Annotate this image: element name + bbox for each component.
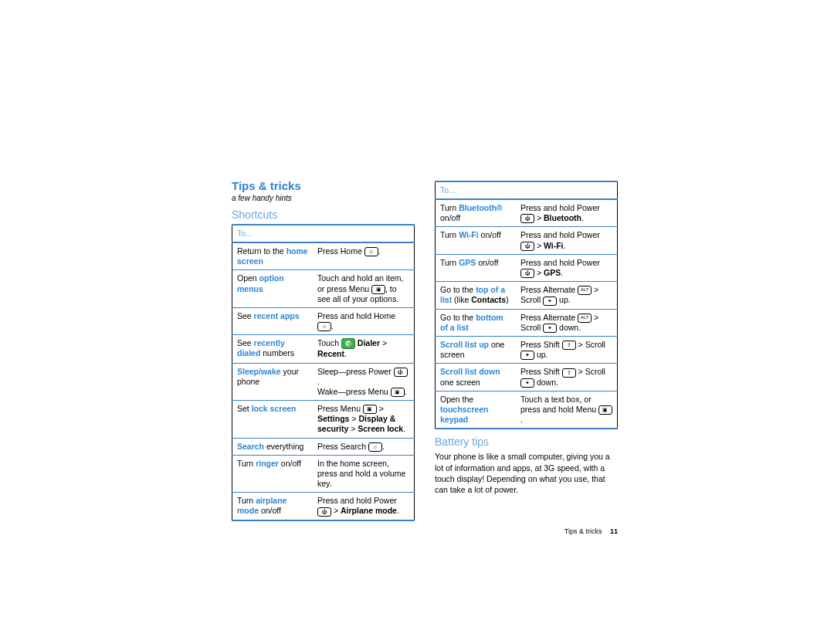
instruction-cell: In the home screen, press and hold a vol… — [313, 455, 415, 492]
instruction-cell: Press Alternate ALT > Scroll ✦ up. — [516, 282, 618, 309]
battery-heading: Battery tips — [435, 436, 618, 448]
instruction-cell: Touch ✆ Dialer > Recent. — [313, 335, 415, 363]
table-row: Go to the top of a list (like Contacts)P… — [436, 282, 618, 309]
action-cell: Scroll list up one screen — [436, 337, 517, 364]
table-row: Go to the bottom of a listPress Alternat… — [436, 309, 618, 336]
page-footer: Tips & tricks 11 — [564, 527, 618, 535]
table-row: Turn Wi-Fi on/offPress and hold Power ⏻ … — [436, 227, 618, 254]
instruction-cell: Press Home ⌂. — [313, 242, 415, 270]
table-row: Scroll list up one screenPress Shift ⇧ >… — [436, 337, 618, 364]
power-icon: ⏻ — [317, 507, 331, 517]
nav-key-icon: ✦ — [520, 351, 534, 360]
power-icon: ⏻ — [394, 368, 408, 377]
action-cell: Go to the bottom of a list — [436, 309, 517, 336]
nav-key-icon: ✦ — [543, 324, 557, 333]
battery-body: Your phone is like a small computer, giv… — [435, 451, 618, 495]
instruction-cell: Press and hold Power ⏻ > GPS. — [516, 254, 618, 281]
instruction-cell: Press and hold Power ⏻ > Wi-Fi. — [516, 227, 618, 254]
manual-page: Tips & tricks a few handy hints Shortcut… — [232, 179, 618, 521]
instruction-cell: Press and hold Power ⏻ > Bluetooth. — [516, 199, 618, 227]
action-cell: Turn Wi-Fi on/off — [436, 227, 517, 254]
table-row: Turn airplane mode on/offPress and hold … — [232, 493, 415, 520]
table-row: Sleep/wake your phoneSleep—press Power ⏻… — [232, 363, 415, 401]
action-cell: Sleep/wake your phone — [232, 363, 314, 401]
table-row: See recently dialed numbersTouch ✆ Diale… — [232, 335, 415, 363]
power-icon: ⏻ — [520, 214, 534, 223]
action-cell: Set lock screen — [232, 401, 314, 438]
table-row: Turn Bluetooth® on/offPress and hold Pow… — [436, 199, 618, 227]
action-cell: Open the touchscreen keypad — [436, 391, 517, 429]
menu-icon: ▣ — [371, 285, 385, 294]
search-icon: ⌕ — [368, 442, 382, 452]
action-cell: See recent apps — [232, 307, 314, 334]
table-row: Turn ringer on/offIn the home screen, pr… — [232, 455, 415, 492]
shortcuts-table-1: To... Return to the home screenPress Hom… — [232, 224, 415, 521]
table-header-to: To... — [436, 181, 618, 199]
table-row: Scroll list down one screenPress Shift ⇧… — [436, 364, 618, 391]
menu-icon: ▣ — [598, 405, 612, 415]
home-icon: ⌂ — [317, 322, 331, 331]
power-icon: ⏻ — [520, 269, 534, 278]
action-cell: Turn ringer on/off — [232, 455, 314, 492]
alt-key-icon: ALT — [578, 314, 592, 323]
instruction-cell: Press and hold Power ⏻ > Airplane mode. — [313, 493, 415, 520]
table-row: Open the touchscreen keypadTouch a text … — [436, 391, 618, 429]
menu-icon: ▣ — [363, 405, 377, 414]
shift-key-icon: ⇧ — [562, 368, 576, 378]
action-cell: Turn GPS on/off — [436, 254, 517, 281]
table-row: Set lock screenPress Menu ▣ > Settings >… — [232, 401, 415, 438]
instruction-cell: Press Alternate ALT > Scroll ✦ down. — [516, 309, 618, 336]
power-icon: ⏻ — [520, 242, 534, 251]
left-column: Tips & tricks a few handy hints Shortcut… — [232, 179, 415, 521]
shift-key-icon: ⇧ — [562, 341, 576, 350]
instruction-cell: Touch and hold an item, or press Menu ▣,… — [313, 270, 415, 307]
table-row: Open option menusTouch and hold an item,… — [232, 270, 415, 307]
instruction-cell: Press Shift ⇧ > Scroll ✦ down. — [516, 364, 618, 391]
instruction-cell: Press Shift ⇧ > Scroll ✦ up. — [516, 337, 618, 364]
page-subtitle: a few handy hints — [232, 194, 415, 202]
home-icon: ⌂ — [364, 247, 378, 256]
action-cell: Open option menus — [232, 270, 314, 307]
instruction-cell: Press and hold Home ⌂. — [313, 307, 415, 334]
instruction-cell: Press Search ⌕. — [313, 438, 415, 455]
action-cell: Return to the home screen — [232, 242, 314, 270]
table-row: See recent appsPress and hold Home ⌂. — [232, 307, 415, 334]
table-header-to: To... — [232, 225, 415, 242]
right-column: To... Turn Bluetooth® on/offPress and ho… — [435, 179, 618, 521]
footer-text: Tips & tricks — [564, 527, 602, 535]
instruction-cell: Press Menu ▣ > Settings > Display & secu… — [313, 401, 415, 438]
table-row: Return to the home screenPress Home ⌂. — [232, 242, 415, 270]
action-cell: Search everything — [232, 438, 314, 455]
dialer-icon: ✆ — [341, 338, 355, 349]
table-row: Turn GPS on/offPress and hold Power ⏻ > … — [436, 254, 618, 281]
action-cell: Turn Bluetooth® on/off — [436, 199, 517, 227]
instruction-cell: Sleep—press Power ⏻.Wake—press Menu ▣. — [313, 363, 415, 401]
action-cell: Turn airplane mode on/off — [232, 493, 314, 520]
action-cell: Go to the top of a list (like Contacts) — [436, 282, 517, 309]
table-row: Search everythingPress Search ⌕. — [232, 438, 415, 455]
action-cell: Scroll list down one screen — [436, 364, 517, 391]
menu-icon: ▣ — [391, 388, 405, 397]
shortcuts-table-2: To... Turn Bluetooth® on/offPress and ho… — [435, 181, 618, 429]
page-number: 11 — [610, 527, 618, 535]
nav-key-icon: ✦ — [543, 297, 557, 306]
shortcuts-heading: Shortcuts — [232, 208, 415, 221]
instruction-cell: Touch a text box, or press and hold Menu… — [516, 391, 618, 429]
page-title: Tips & tricks — [232, 179, 415, 192]
alt-key-icon: ALT — [578, 286, 592, 295]
action-cell: See recently dialed numbers — [232, 335, 314, 363]
nav-key-icon: ✦ — [520, 378, 534, 388]
